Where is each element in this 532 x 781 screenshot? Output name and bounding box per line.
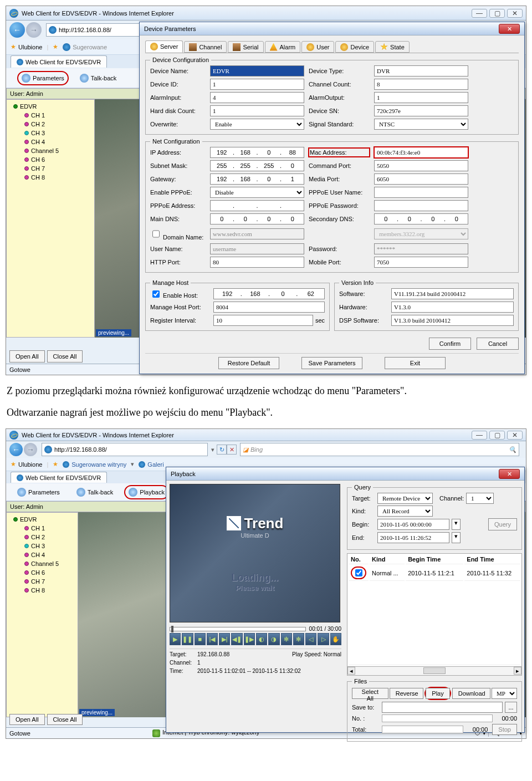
stop-button[interactable]: ■ [195, 633, 206, 645]
playback-button[interactable]: Playback [124, 485, 169, 499]
pppoe-enable-select[interactable]: Disable [210, 187, 304, 198]
alarm-output-input[interactable] [374, 92, 468, 103]
device-id-input[interactable] [210, 79, 304, 90]
step-back-button[interactable]: ◀❚ [231, 633, 242, 645]
media-port-input[interactable] [374, 173, 468, 185]
back-button[interactable]: ← [9, 22, 25, 38]
volume-button[interactable]: ▷ [318, 633, 329, 645]
hand-button[interactable]: ✋ [330, 633, 341, 645]
address-bar[interactable]: http://192.168.0.88/ [42, 443, 208, 456]
parameters-button[interactable]: Parameters [17, 71, 69, 85]
dialog-titlebar[interactable]: Playback ✕ [166, 467, 524, 481]
pppoe-user-input[interactable] [374, 187, 468, 198]
mute-button[interactable]: ◁ [305, 633, 316, 645]
tree-item[interactable]: Channel 5 [20, 559, 75, 568]
channel-count-input[interactable] [374, 79, 468, 90]
tree-item[interactable]: CH 1 [20, 111, 92, 120]
galeria-link[interactable]: Galeri [147, 461, 163, 468]
refresh-button[interactable]: ↻ [217, 445, 227, 455]
step-fwd-button[interactable]: ❚▶ [244, 633, 255, 645]
begin-time-input[interactable] [377, 519, 449, 530]
search-box[interactable]: ◪ Bing 🔍 [240, 443, 519, 456]
software-version-input[interactable] [391, 288, 514, 299]
browser-tab[interactable]: Web Client for EDVS/EDVR [11, 472, 107, 483]
tree-root[interactable]: EDVR [9, 515, 75, 524]
tab-device[interactable]: Device [335, 41, 374, 53]
format-select[interactable]: MP4 [492, 688, 517, 699]
pppoe-password-input[interactable] [374, 200, 468, 211]
datepicker-button[interactable]: ▾ [452, 519, 461, 530]
favorites-label[interactable]: Ulubione [18, 44, 42, 50]
close-button[interactable]: ✕ [499, 24, 520, 34]
tab-state[interactable]: State [375, 41, 410, 53]
stop-button[interactable]: ✕ [227, 445, 237, 455]
close-button[interactable]: ✕ [507, 9, 523, 18]
confirm-button[interactable]: Confirm [429, 338, 471, 350]
tree-item[interactable]: CH 7 [20, 577, 75, 586]
command-port-input[interactable] [374, 160, 468, 171]
subnet-mask-input[interactable]: 255.255.255.0 [210, 160, 304, 171]
hdd-count-input[interactable] [210, 105, 304, 116]
parameters-button[interactable]: Parameters [12, 485, 65, 499]
contrast-button[interactable]: ◐ [256, 633, 267, 645]
suggested-sites-link[interactable]: Sugerowane witryny [71, 461, 126, 468]
secondary-dns-input[interactable]: 0.0.0.0 [374, 213, 468, 224]
snapshot-button[interactable]: ✻ [281, 633, 292, 645]
restore-default-button[interactable]: Restore Default [218, 357, 279, 369]
dialog-titlebar[interactable]: Device Parameters ✕ [140, 22, 524, 35]
browse-button[interactable]: ... [505, 702, 517, 713]
reverse-button[interactable]: Reverse [390, 688, 424, 699]
brightness-button[interactable]: ◑ [268, 633, 279, 645]
datepicker-button[interactable]: ▾ [452, 532, 461, 543]
domain-name-checkbox[interactable] [152, 228, 160, 239]
maximize-button[interactable]: ▢ [489, 431, 505, 440]
talkback-button[interactable]: Talk-back [74, 71, 122, 85]
mac-address-input[interactable] [374, 147, 468, 158]
enable-host-checkbox[interactable] [152, 290, 160, 298]
overwrite-select[interactable]: Enable [210, 119, 304, 130]
tree-item[interactable]: CH 6 [20, 155, 92, 164]
tree-item[interactable]: CH 4 [20, 137, 92, 146]
main-dns-input[interactable]: 0.0.0.0 [210, 213, 304, 224]
minimize-button[interactable]: — [472, 9, 487, 18]
talkback-button[interactable]: Talk-back [71, 485, 119, 499]
tab-serial[interactable]: Serial [228, 41, 263, 53]
tree-item[interactable]: CH 3 [20, 542, 75, 550]
tree-item[interactable]: CH 6 [20, 568, 75, 577]
gateway-input[interactable]: 192.168.0.1 [210, 173, 304, 185]
download-button[interactable]: Download [452, 688, 490, 699]
tree-item[interactable]: CH 7 [20, 164, 92, 173]
select-all-button[interactable]: Select All [352, 688, 388, 699]
open-all-button[interactable]: Open All [9, 714, 45, 725]
zoom-button[interactable]: ✻ [293, 633, 304, 645]
row-checkbox[interactable] [355, 569, 362, 576]
playback-slider[interactable] [170, 627, 306, 631]
register-interval-input[interactable] [213, 315, 313, 326]
prev-button[interactable]: |◀ [207, 633, 218, 645]
tree-item[interactable]: CH 8 [20, 173, 92, 182]
alarm-input-input[interactable] [210, 92, 304, 103]
mobile-port-input[interactable] [374, 257, 468, 268]
manage-host-ip-input[interactable]: 192.168.0.62 [213, 288, 325, 299]
signal-select[interactable]: NTSC [374, 119, 468, 130]
ip-address-input[interactable]: 192.168.0.88 [210, 147, 304, 158]
minimize-button[interactable]: — [472, 431, 487, 440]
next-button[interactable]: ▶| [219, 633, 230, 645]
dsp-version-input[interactable] [391, 315, 514, 326]
end-time-input[interactable] [377, 532, 449, 543]
tree-root[interactable]: EDVR [9, 102, 92, 111]
device-type-input[interactable] [374, 65, 468, 76]
save-to-input[interactable] [382, 702, 503, 713]
tree-item[interactable]: Channel 5 [20, 146, 92, 155]
favorites-label[interactable]: Ulubione [18, 461, 42, 468]
table-row[interactable]: Normal ... 2010-11-5 11:2:1 2010-11-5 11… [349, 565, 520, 581]
device-sn-input[interactable] [374, 105, 468, 116]
cancel-button[interactable]: Cancel [477, 338, 519, 350]
target-select[interactable]: Remote Device [377, 493, 433, 504]
play-button[interactable]: ▶ [170, 633, 181, 645]
pppoe-address-input[interactable]: ... [210, 200, 304, 211]
tab-server[interactable]: Server [145, 40, 183, 53]
tree-item[interactable]: CH 2 [20, 120, 92, 129]
close-all-button[interactable]: Close All [47, 350, 83, 363]
tree-item[interactable]: CH 1 [20, 524, 75, 533]
